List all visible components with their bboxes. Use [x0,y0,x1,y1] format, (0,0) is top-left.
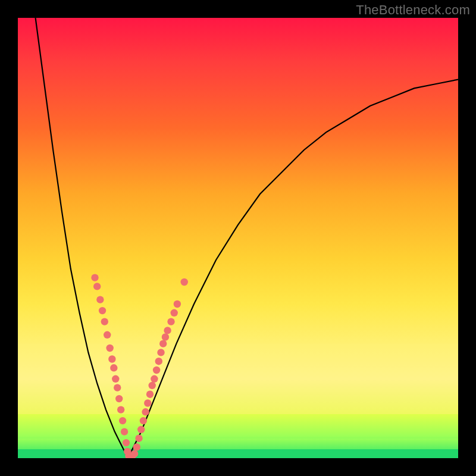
data-point [167,318,174,325]
data-point [108,355,115,362]
data-point [174,300,181,308]
data-point [114,384,121,391]
data-point [159,340,167,347]
data-point [106,345,113,352]
curve-right-branch [128,80,458,458]
data-point [162,333,169,340]
data-point [133,443,140,450]
data-point [151,375,158,383]
data-point [93,283,101,290]
data-point [137,426,145,433]
data-point [123,439,130,446]
data-point [91,274,98,281]
data-point [121,428,128,435]
data-point [181,278,188,286]
data-point [96,296,104,303]
data-point [115,395,123,402]
data-point [99,307,106,314]
data-point [112,375,119,383]
data-point [155,358,162,365]
data-point [144,399,151,406]
data-point [171,309,178,317]
curve-layer [18,18,458,458]
data-point [164,327,171,334]
data-point [110,364,117,371]
chart-frame: TheBottleneck.com [0,0,476,476]
plot-area [18,18,458,458]
data-point [131,450,138,457]
data-point [101,318,108,325]
data-point [119,417,126,424]
data-point [157,349,164,356]
data-point [117,406,124,413]
data-point [153,367,160,374]
data-point [140,417,147,424]
bottleneck-curve [36,18,458,458]
data-point [146,391,154,398]
data-point [104,331,111,339]
watermark-text: TheBottleneck.com [356,2,470,18]
curve-left-branch [36,18,128,458]
data-point [135,435,142,442]
data-points [91,274,188,458]
data-point [149,382,156,389]
data-point [142,408,149,415]
